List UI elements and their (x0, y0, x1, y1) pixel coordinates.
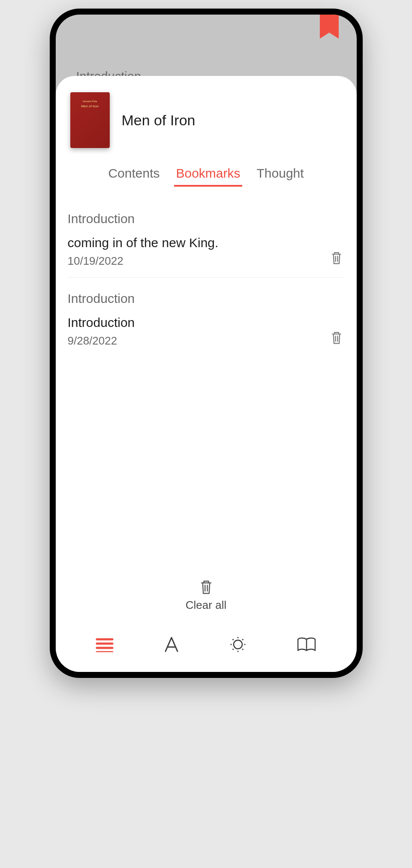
book-title: Men of Iron (122, 112, 195, 129)
trash-icon (330, 251, 343, 265)
nav-menu-button[interactable] (95, 637, 114, 652)
brightness-icon (229, 635, 247, 654)
panel-header: Howard Pyle Men of Iron Men of Iron (56, 76, 357, 158)
open-book-icon (296, 636, 317, 653)
bookmark-chapter: Introduction (68, 291, 345, 306)
svg-point-4 (234, 640, 242, 649)
phone-frame: Introduction Howard Pyle Men of Iron Men… (50, 9, 363, 678)
trash-icon (330, 330, 343, 345)
svg-point-6 (238, 650, 239, 652)
bookmarks-panel: Howard Pyle Men of Iron Men of Iron Cont… (56, 76, 357, 672)
bookmark-item[interactable]: Introduction coming in of the new King. … (68, 207, 345, 278)
svg-point-5 (238, 637, 239, 638)
svg-point-7 (231, 644, 232, 645)
delete-bookmark-button[interactable] (330, 330, 343, 347)
cover-title: Men of Iron (81, 104, 98, 108)
nav-reader-button[interactable] (296, 636, 317, 653)
phone-screen: Introduction Howard Pyle Men of Iron Men… (56, 15, 357, 672)
delete-bookmark-button[interactable] (330, 251, 343, 267)
book-cover[interactable]: Howard Pyle Men of Iron (70, 92, 110, 148)
clear-all-button[interactable]: Clear all (56, 574, 357, 624)
tabs: Contents Bookmarks Thought (56, 158, 357, 197)
bookmark-item[interactable]: Introduction Introduction 9/28/2022 (68, 287, 345, 357)
tab-bookmarks[interactable]: Bookmarks (174, 163, 242, 187)
clear-all-label: Clear all (186, 599, 226, 612)
cover-author: Howard Pyle (82, 100, 97, 103)
bookmark-date: 10/19/2022 (68, 254, 345, 268)
trash-icon (199, 579, 214, 595)
menu-icon (95, 637, 114, 652)
tab-contents[interactable]: Contents (106, 163, 161, 187)
tab-thought[interactable]: Thought (255, 163, 306, 187)
bookmark-excerpt: coming in of the new King. (68, 236, 345, 250)
nav-font-button[interactable] (163, 636, 180, 653)
svg-point-12 (242, 649, 244, 650)
bookmark-excerpt: Introduction (68, 315, 345, 330)
nav-brightness-button[interactable] (229, 635, 247, 654)
font-icon (163, 636, 180, 653)
svg-point-10 (242, 639, 244, 640)
bookmark-ribbon-icon[interactable] (320, 15, 339, 41)
bookmark-date: 9/28/2022 (68, 334, 345, 348)
svg-point-11 (232, 649, 234, 650)
svg-point-8 (244, 644, 246, 645)
bookmark-chapter: Introduction (68, 212, 345, 226)
svg-point-9 (232, 639, 234, 640)
bookmark-list: Introduction coming in of the new King. … (56, 197, 357, 574)
bottom-nav (56, 624, 357, 672)
